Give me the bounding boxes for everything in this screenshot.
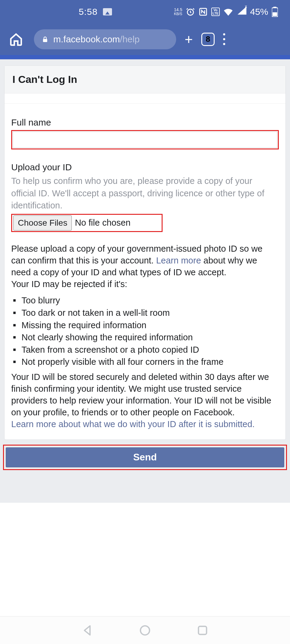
new-tab-icon[interactable]: + bbox=[185, 32, 193, 46]
list-item: Too dark or not taken in a well-lit room bbox=[13, 307, 279, 319]
network-speed: 14.5 KB/S bbox=[174, 8, 182, 16]
android-nav-bar bbox=[0, 616, 290, 644]
svg-rect-7 bbox=[199, 626, 207, 634]
list-item: Missing the required information bbox=[13, 319, 279, 332]
reject-intro: Your ID may be rejected if it's: bbox=[11, 279, 127, 289]
file-input-highlight: Choose Files No file chosen bbox=[11, 214, 163, 232]
image-icon bbox=[103, 8, 112, 15]
browser-toolbar: m.facebook.com/help + 8 bbox=[0, 23, 290, 55]
lock-icon bbox=[41, 35, 49, 44]
full-name-highlight bbox=[11, 130, 279, 149]
accent-bar bbox=[0, 55, 290, 59]
list-item: Too blurry bbox=[13, 294, 279, 307]
svg-rect-5 bbox=[43, 39, 47, 42]
related-section-stub bbox=[0, 478, 290, 503]
url-path: /help bbox=[120, 34, 140, 44]
full-name-input[interactable] bbox=[13, 132, 277, 148]
home-icon[interactable] bbox=[9, 32, 23, 46]
upload-helper: To help us confirm who you are, please p… bbox=[11, 175, 279, 212]
list-item: Taken from a screenshot or a photo copie… bbox=[13, 344, 279, 356]
alarm-icon bbox=[186, 7, 195, 16]
recents-icon[interactable] bbox=[196, 624, 209, 636]
nfc-icon bbox=[199, 7, 208, 16]
form-card: I Can't Log In Full name Upload your ID … bbox=[4, 65, 286, 440]
url-bar[interactable]: m.facebook.com/help bbox=[34, 29, 176, 49]
learn-more-link-2[interactable]: Learn more about what we do with your ID… bbox=[11, 419, 255, 429]
send-button-highlight: Send bbox=[3, 445, 287, 470]
rejection-reasons-list: Too blurry Too dark or not taken in a we… bbox=[13, 294, 279, 368]
learn-more-link-1[interactable]: Learn more bbox=[156, 256, 201, 265]
list-item: Not clearly showing the required informa… bbox=[13, 331, 279, 344]
back-icon[interactable] bbox=[81, 624, 94, 636]
status-bar: 5:58 14.5 KB/S Vo LTE x 45% bbox=[0, 0, 290, 23]
svg-point-6 bbox=[140, 626, 150, 635]
url-domain: m.facebook.com bbox=[53, 34, 120, 44]
page-title: I Can't Log In bbox=[5, 66, 285, 93]
tab-count-button[interactable]: 8 bbox=[201, 33, 215, 46]
file-status-text: No file chosen bbox=[75, 218, 130, 228]
cell-signal-icon: x bbox=[237, 6, 246, 17]
volte-icon: Vo LTE bbox=[211, 8, 220, 16]
full-name-label: Full name bbox=[11, 117, 279, 128]
wifi-icon bbox=[223, 8, 233, 16]
send-button[interactable]: Send bbox=[6, 447, 284, 467]
home-nav-icon[interactable] bbox=[139, 624, 151, 636]
battery-percent: 45% bbox=[250, 7, 268, 17]
storage-paragraph: Your ID will be stored securely and dele… bbox=[11, 371, 279, 430]
instruction-paragraph: Please upload a copy of your government-… bbox=[11, 243, 279, 290]
list-item: Not properly visible with all four corne… bbox=[13, 356, 279, 368]
svg-rect-3 bbox=[273, 7, 276, 8]
svg-rect-4 bbox=[273, 12, 277, 16]
upload-label: Upload your ID bbox=[11, 162, 279, 172]
battery-icon bbox=[272, 7, 278, 17]
choose-files-button[interactable]: Choose Files bbox=[13, 215, 72, 230]
status-time: 5:58 bbox=[79, 7, 97, 17]
menu-icon[interactable] bbox=[223, 33, 225, 45]
